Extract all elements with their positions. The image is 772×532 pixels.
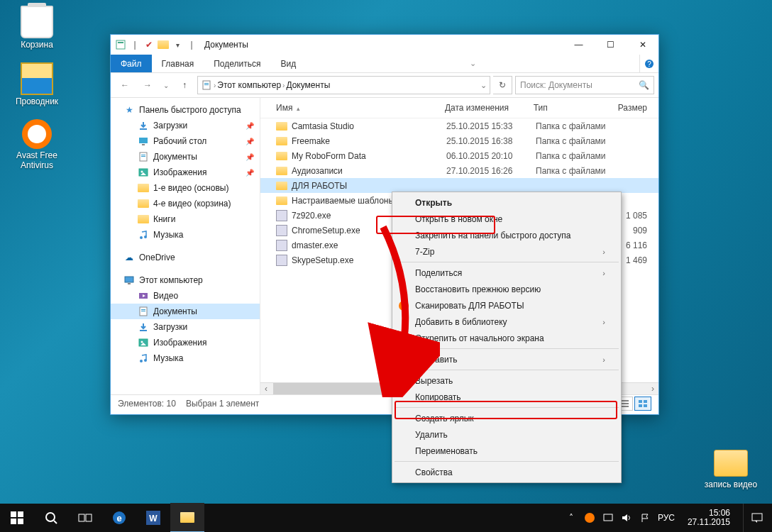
taskbar-word[interactable]: W	[136, 504, 170, 532]
menu-item[interactable]: Вырезать	[394, 372, 619, 389]
svg-rect-36	[18, 511, 23, 517]
view-icons-button[interactable]	[634, 397, 651, 411]
tray-avast-icon[interactable]	[584, 512, 595, 523]
svg-rect-42	[86, 514, 92, 521]
refresh-button[interactable]: ↻	[493, 76, 512, 94]
menu-item[interactable]: Свойства	[394, 464, 619, 480]
search-button[interactable]	[34, 504, 68, 532]
search-input[interactable]: Поиск: Документы 🔍	[515, 76, 654, 94]
column-headers[interactable]: Имя▴ Дата изменения Тип Размер	[260, 98, 658, 118]
desktop-icon-avast[interactable]: Avast Free Antivirus	[10, 119, 64, 170]
column-name[interactable]: Имя▴	[260, 103, 445, 113]
history-dropdown[interactable]: ⌄	[160, 77, 172, 94]
nav-item[interactable]: Загрузки📌	[111, 118, 260, 133]
nav-item[interactable]: Загрузки	[111, 319, 260, 335]
forward-button: →	[138, 77, 158, 94]
breadcrumb[interactable]: › Этот компьютер › Документы ⌄	[197, 76, 490, 94]
menu-item[interactable]: Поделиться›	[394, 265, 619, 281]
column-date[interactable]: Дата изменения	[445, 103, 534, 113]
desktop-icon-explorer[interactable]: Проводник	[10, 62, 64, 106]
up-button[interactable]: ↑	[175, 77, 194, 94]
nav-item[interactable]: Документы	[111, 304, 260, 319]
minimize-button[interactable]: ―	[563, 35, 595, 55]
file-row[interactable]: Camtasia Studio25.10.2015 15:33Папка с ф…	[260, 118, 658, 133]
menu-item[interactable]: Переименовать	[394, 443, 619, 459]
menu-item[interactable]: Открыть в новом окне	[394, 211, 619, 227]
nav-onedrive[interactable]: ☁ OneDrive	[111, 250, 260, 265]
menu-item[interactable]: Отправить›	[394, 351, 619, 367]
desktop-icon-recycle-bin[interactable]: Корзина	[10, 6, 64, 50]
file-row[interactable]: My RoboForm Data06.10.2015 20:10Папка с …	[260, 148, 658, 163]
help-button[interactable]: ?	[639, 55, 658, 72]
nav-item[interactable]: 4-е видео (корзина)	[111, 196, 260, 211]
tray-volume-icon[interactable]	[621, 512, 632, 523]
breadcrumb-dropdown[interactable]: ⌄	[480, 81, 487, 90]
tab-view[interactable]: Вид	[270, 55, 306, 72]
scroll-right-icon[interactable]: ›	[647, 383, 658, 394]
menu-item[interactable]: Открепить от начального экрана	[394, 330, 619, 346]
search-placeholder: Поиск: Документы	[520, 80, 592, 90]
system-tray: ˄ РУС 15:06 27.11.2015	[566, 504, 772, 532]
nav-item[interactable]: 1-е видео (основы)	[111, 180, 260, 196]
nav-item[interactable]: Видео	[111, 288, 260, 304]
tray-clock[interactable]: 15:06 27.11.2015	[682, 509, 736, 527]
titlebar[interactable]: | ✔ ▾ | Документы ― ☐ ✕	[111, 35, 658, 55]
tray-language[interactable]: РУС	[658, 513, 675, 523]
menu-item[interactable]: Удалить	[394, 426, 619, 443]
recycle-bin-icon	[21, 6, 53, 38]
nav-item[interactable]: Книги	[111, 211, 260, 227]
scroll-left-icon[interactable]: ‹	[260, 383, 272, 394]
checkmark-icon[interactable]: ✔	[143, 39, 155, 50]
menu-item[interactable]: Открыть	[394, 194, 619, 211]
menu-item[interactable]: Копировать	[394, 389, 619, 405]
dropdown-icon[interactable]: ▾	[172, 39, 183, 50]
desktop-icon-folder[interactable]: запись видео	[702, 450, 759, 489]
breadcrumb-segment[interactable]: Документы	[286, 80, 330, 90]
nav-item[interactable]: Музыка	[111, 227, 260, 243]
tray-flag-icon[interactable]	[639, 512, 651, 523]
tray-network-icon[interactable]	[602, 512, 614, 523]
tray-chevron-icon[interactable]: ˄	[566, 512, 577, 523]
close-button[interactable]: ✕	[627, 35, 658, 55]
nav-quick-access[interactable]: ★ Панель быстрого доступа	[111, 102, 260, 118]
column-size[interactable]: Размер	[618, 103, 658, 113]
tab-home[interactable]: Главная	[152, 55, 204, 72]
nav-item[interactable]: Рабочий стол📌	[111, 133, 260, 149]
taskbar-explorer[interactable]	[170, 503, 204, 532]
tab-share[interactable]: Поделиться	[204, 55, 270, 72]
menu-item[interactable]: Восстановить прежнюю версию	[394, 281, 619, 297]
nav-item[interactable]: Музыка	[111, 350, 260, 366]
nav-item[interactable]: Изображения📌	[111, 165, 260, 180]
column-type[interactable]: Тип	[534, 103, 618, 113]
svg-point-39	[46, 513, 55, 521]
maximize-button[interactable]: ☐	[595, 35, 627, 55]
properties-icon[interactable]	[115, 39, 126, 50]
menu-item[interactable]: Создать ярлык	[394, 410, 619, 426]
svg-rect-5	[204, 83, 209, 84]
breadcrumb-segment[interactable]: Этот компьютер	[217, 80, 281, 90]
ribbon-expand[interactable]: ⌄	[464, 55, 482, 72]
taskbar-edge[interactable]: e	[102, 504, 136, 532]
chevron-right-icon: ›	[602, 248, 605, 256]
menu-item[interactable]: Добавить в библиотеку›	[394, 314, 619, 330]
nav-item[interactable]: Документы📌	[111, 149, 260, 165]
folder-icon[interactable]	[158, 39, 169, 50]
file-row[interactable]: Аудиозаписи27.10.2015 16:26Папка с файла…	[260, 163, 658, 178]
nav-this-pc[interactable]: Этот компьютер	[111, 272, 260, 288]
menu-item[interactable]: Закрепить на панели быстрого доступа	[394, 227, 619, 243]
document-icon	[138, 306, 149, 317]
svg-rect-35	[11, 511, 16, 517]
menu-separator	[395, 262, 619, 262]
back-button[interactable]: ←	[115, 77, 135, 94]
quick-access-toolbar: | ✔ ▾ |	[115, 39, 197, 50]
nav-item[interactable]: Изображения	[111, 335, 260, 350]
file-row[interactable]: ДЛЯ РАБОТЫ	[260, 178, 658, 193]
start-button[interactable]	[0, 504, 34, 532]
taskview-button[interactable]	[68, 504, 102, 532]
folder-icon	[276, 167, 287, 175]
menu-item[interactable]: 7-Zip›	[394, 243, 619, 260]
menu-item[interactable]: Сканировать ДЛЯ РАБОТЫ	[394, 297, 619, 314]
notifications-button[interactable]	[743, 504, 771, 532]
file-row[interactable]: Freemake25.10.2015 16:38Папка с файлами	[260, 133, 658, 148]
tab-file[interactable]: Файл	[111, 55, 152, 72]
